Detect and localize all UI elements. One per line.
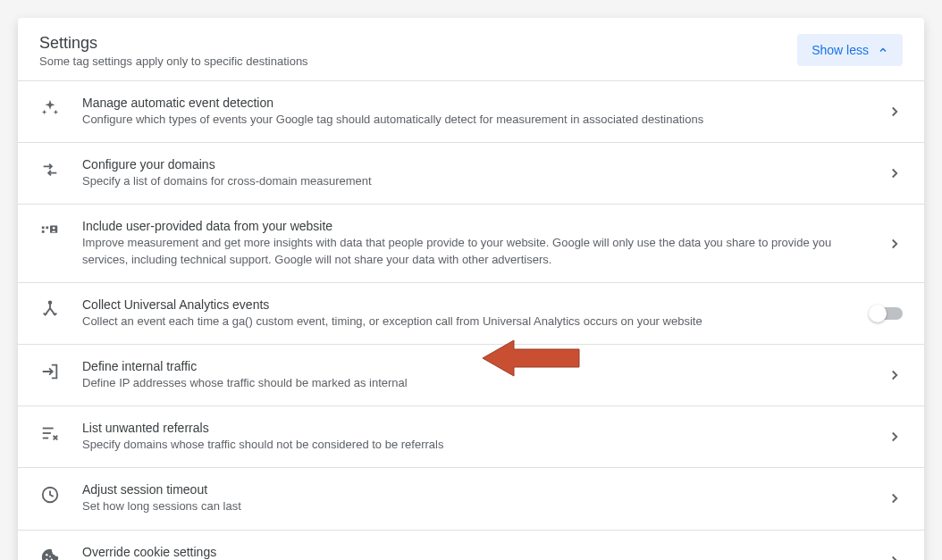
row-title: Define internal traffic [82, 359, 872, 373]
toggle-switch[interactable] [871, 307, 903, 320]
row-title: Adjust session timeout [82, 482, 872, 497]
chevron-right-icon [887, 429, 903, 445]
show-less-button[interactable]: Show less [797, 34, 903, 66]
row-desc: Specify a list of domains for cross-doma… [82, 173, 872, 189]
filter-remove-icon [39, 422, 61, 444]
row-title: Manage automatic event detection [82, 96, 872, 110]
header-text: Settings Some tag settings apply only to… [39, 34, 308, 68]
chevron-right-icon [887, 165, 903, 181]
show-less-label: Show less [812, 43, 869, 57]
row-title: Include user-provided data from your web… [82, 219, 872, 233]
arrows-cross-icon [39, 159, 61, 180]
row-content: Include user-provided data from your web… [82, 219, 872, 267]
row-list-unwanted-referrals[interactable]: List unwanted referrals Specify domains … [18, 406, 924, 468]
svg-rect-0 [42, 227, 45, 230]
row-title: Configure your domains [82, 157, 872, 171]
chevron-up-icon [878, 45, 888, 55]
row-content: Configure your domains Specify a list of… [82, 157, 872, 189]
chevron-right-icon [887, 490, 903, 506]
row-content: Collect Universal Analytics events Colle… [82, 297, 856, 330]
row-content: Adjust session timeout Set how long sess… [82, 482, 872, 514]
row-desc: Specify domains whose traffic should not… [82, 437, 872, 453]
row-content: Manage automatic event detection Configu… [82, 96, 872, 128]
row-desc: Improve measurement and get more insight… [82, 235, 872, 267]
row-content: List unwanted referrals Specify domains … [82, 421, 872, 453]
fork-icon [39, 299, 61, 321]
row-collect-universal-analytics-events[interactable]: Collect Universal Analytics events Colle… [18, 283, 924, 345]
sparkle-icon [39, 97, 61, 119]
row-desc: Configure which types of events your Goo… [82, 112, 872, 128]
chevron-right-icon [887, 553, 903, 560]
chevron-right-icon [887, 104, 903, 120]
svg-rect-2 [46, 227, 48, 230]
row-override-cookie-settings[interactable]: Override cookie settings Change how long… [18, 531, 924, 561]
page-title: Settings [39, 34, 308, 53]
settings-card: Settings Some tag settings apply only to… [18, 18, 924, 560]
row-configure-your-domains[interactable]: Configure your domains Specify a list of… [18, 143, 924, 205]
row-desc: Set how long sessions can last [82, 498, 872, 514]
row-title: List unwanted referrals [82, 421, 872, 435]
svg-point-5 [49, 301, 52, 304]
svg-point-4 [53, 227, 55, 230]
chevron-right-icon [887, 236, 903, 252]
row-content: Define internal traffic Define IP addres… [82, 359, 872, 391]
chevron-right-icon [887, 367, 903, 383]
clock-icon [39, 484, 61, 506]
row-desc: Collect an event each time a ga() custom… [82, 313, 856, 330]
cookie-icon [39, 547, 61, 561]
svg-point-15 [49, 556, 51, 557]
row-title: Override cookie settings [82, 545, 872, 559]
row-define-internal-traffic[interactable]: Define internal traffic Define IP addres… [18, 345, 924, 406]
user-data-icon [39, 221, 61, 242]
row-title: Collect Universal Analytics events [82, 297, 856, 312]
page-subtitle: Some tag settings apply only to specific… [39, 54, 308, 68]
row-desc: Define IP addresses whose traffic should… [82, 375, 872, 391]
row-adjust-session-timeout[interactable]: Adjust session timeout Set how long sess… [18, 468, 924, 530]
login-icon [39, 361, 61, 382]
svg-rect-1 [42, 230, 45, 233]
row-manage-automatic-event-detection[interactable]: Manage automatic event detection Configu… [18, 81, 924, 143]
settings-header: Settings Some tag settings apply only to… [18, 18, 924, 81]
row-include-user-provided-data[interactable]: Include user-provided data from your web… [18, 205, 924, 282]
svg-point-12 [46, 554, 47, 556]
row-content: Override cookie settings Change how long… [82, 545, 872, 561]
